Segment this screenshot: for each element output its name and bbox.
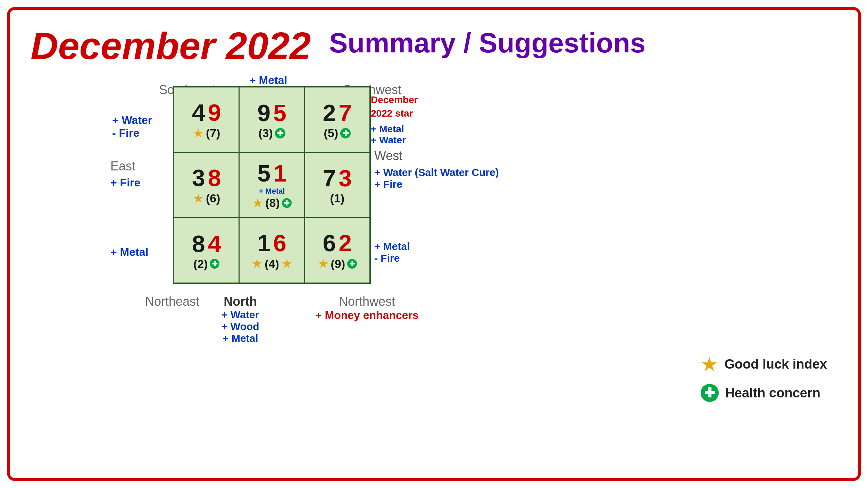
south-metal: + Metal [249, 74, 287, 86]
cell-s-num2: 5 [273, 99, 286, 126]
nw-annot1: + Metal [374, 241, 410, 252]
cell-n-sub: (4) [265, 257, 279, 271]
legend-health-item: ✚ Health concern [701, 384, 827, 402]
cell-nw: 6 2 ★ (9) ✚ [305, 218, 369, 283]
cell-s-health: ✚ [275, 128, 285, 138]
cell-center-num2: 1 [273, 160, 286, 187]
cell-e-star: ★ [193, 191, 204, 206]
cell-n-num2: 6 [273, 229, 286, 256]
cell-center-star: ★ [252, 196, 263, 210]
cell-center-metal: + Metal [259, 187, 285, 196]
east-annot: + Fire [110, 176, 140, 189]
cell-nw-health: ✚ [347, 259, 357, 269]
se-annot2: - Fire [112, 127, 152, 140]
legend-star-item: ★ Good luck index [701, 353, 827, 376]
dir-west: West [374, 149, 499, 163]
dir-north: North [222, 294, 259, 309]
legend-health-label: Health concern [725, 386, 820, 401]
cell-nw-num1: 6 [323, 229, 336, 256]
east-section: East + Fire [110, 159, 140, 189]
legend-star-icon: ★ [701, 353, 718, 376]
cell-se-star: ★ [193, 126, 204, 141]
legend-star-label: Good luck index [724, 357, 827, 372]
nw-section: Northwest + Money enhancers [315, 294, 419, 322]
dir-east: East [110, 159, 140, 174]
cell-s-num1: 9 [257, 99, 270, 126]
cell-s: 9 5 (3) ✚ [240, 87, 304, 152]
nw-annot: + Money enhancers [315, 309, 419, 322]
cell-se-sub: (7) [206, 126, 220, 140]
cell-e-sub: (6) [206, 192, 220, 205]
cell-n-star1: ★ [251, 256, 262, 271]
se-annotation: + Water - Fire [112, 114, 152, 140]
cell-ne-sub: (2) [193, 257, 208, 271]
legend: ★ Good luck index ✚ Health concern [701, 353, 827, 402]
cell-sw-sub: (5) [324, 126, 339, 140]
feng-shui-grid: 4 9 ★ (7) 9 5 (3) ✚ 2 7 [173, 86, 371, 284]
sw-annot2: + Water [371, 135, 418, 146]
cell-w-sub: (1) [330, 192, 345, 205]
cell-w: 7 3 (1) [305, 153, 369, 217]
se-annot1: + Water [112, 114, 152, 127]
cell-sw-num1: 2 [323, 99, 336, 126]
cell-n: 1 6 ★ (4) ★ [240, 218, 304, 283]
page-title: December 2022 [31, 24, 311, 68]
page-subtitle: Summary / Suggestions [329, 27, 645, 59]
cell-w-num1: 7 [323, 165, 336, 192]
cell-se-num1: 4 [192, 99, 205, 126]
north-annot1: + Water [222, 309, 259, 321]
cell-ne-health: ✚ [210, 259, 219, 269]
cell-e: 3 8 ★ (6) [174, 153, 239, 217]
cell-ne-num1: 8 [192, 230, 205, 257]
north-section: North + Water + Wood + Metal [222, 294, 259, 344]
sw-annot1: + Metal [371, 124, 418, 135]
nw-right-section: + Metal - Fire [374, 241, 410, 264]
cell-se-num2: 9 [208, 99, 221, 126]
legend-health-icon: ✚ [701, 384, 719, 402]
dec-star-section: December2022 star + Metal + Water [371, 93, 418, 146]
cell-nw-sub: (9) [331, 257, 345, 271]
cell-center-sub: (8) [265, 196, 280, 210]
cell-sw: 2 7 (5) ✚ [305, 87, 369, 152]
main-container: December 2022 Summary / Suggestions Sout… [7, 7, 861, 481]
cell-ne-num2: 4 [208, 230, 221, 257]
west-section: West + Water (Salt Water Cure) + Fire [374, 149, 499, 190]
cell-n-star2: ★ [281, 256, 292, 271]
ne-annot: + Metal [110, 246, 148, 259]
cell-nw-num2: 2 [339, 229, 352, 256]
dec-star-label: December2022 star [371, 93, 418, 120]
cell-se: 4 9 ★ (7) [174, 87, 239, 152]
cell-ne: 8 4 (2) ✚ [174, 218, 239, 283]
cell-e-num2: 8 [208, 164, 221, 191]
cell-center-health: ✚ [282, 198, 292, 208]
dir-northwest: Northwest [315, 294, 419, 309]
cell-e-num1: 3 [192, 164, 205, 191]
cell-w-num2: 3 [339, 165, 352, 192]
ne-annotation: + Metal [110, 246, 148, 259]
north-annot3: + Metal [222, 333, 259, 344]
west-annot2: + Fire [374, 178, 499, 190]
north-annot2: + Wood [222, 321, 259, 333]
cell-sw-num2: 7 [339, 99, 352, 126]
cell-n-num1: 1 [257, 229, 270, 256]
nw-annot2: - Fire [374, 252, 410, 264]
cell-center: 5 1 + Metal ★ (8) ✚ [240, 153, 304, 217]
cell-center-num1: 5 [257, 160, 270, 187]
cell-s-sub: (3) [258, 126, 273, 140]
west-annot1: + Water (Salt Water Cure) [374, 167, 499, 178]
cell-sw-health: ✚ [340, 128, 351, 138]
cell-nw-star: ★ [318, 256, 329, 271]
dir-northeast: Northeast [145, 294, 199, 309]
